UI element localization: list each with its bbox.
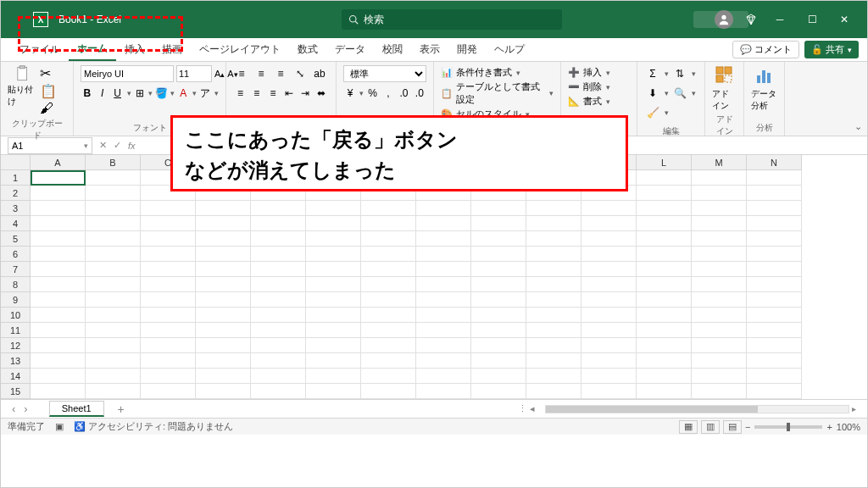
select-all-corner[interactable] xyxy=(1,155,31,170)
cell[interactable] xyxy=(196,262,251,277)
cell[interactable] xyxy=(141,247,196,262)
wrap-text-icon[interactable]: ab xyxy=(311,65,328,82)
cell[interactable] xyxy=(31,369,86,384)
format-as-table-button[interactable]: 📋テーブルとして書式設定▾ xyxy=(441,80,554,107)
cell[interactable] xyxy=(416,231,471,247)
cell[interactable] xyxy=(747,170,802,186)
cell[interactable] xyxy=(581,201,637,216)
cell[interactable] xyxy=(86,369,141,384)
fill-color-icon[interactable]: 🪣 xyxy=(154,85,168,102)
cell[interactable] xyxy=(747,292,802,308)
cell[interactable] xyxy=(526,231,581,247)
cell[interactable] xyxy=(637,338,692,353)
cell[interactable] xyxy=(31,323,86,338)
cell[interactable] xyxy=(637,247,692,262)
decimal-decrease-icon[interactable]: .0 xyxy=(413,85,426,102)
cell[interactable] xyxy=(581,247,637,262)
row-header[interactable]: 15 xyxy=(1,384,30,399)
cell[interactable] xyxy=(526,308,581,323)
cell[interactable] xyxy=(581,323,637,338)
cell[interactable] xyxy=(637,277,692,292)
cell[interactable] xyxy=(581,216,637,231)
col-header[interactable]: N xyxy=(747,155,802,169)
indent-increase-icon[interactable]: ⇥ xyxy=(298,85,313,102)
cell[interactable] xyxy=(637,186,692,201)
normal-view-icon[interactable]: ▦ xyxy=(679,420,698,434)
cell[interactable] xyxy=(416,369,471,384)
minimize-button[interactable]: ─ xyxy=(764,7,796,32)
cell[interactable] xyxy=(361,384,416,399)
cell[interactable] xyxy=(581,277,637,292)
cell[interactable] xyxy=(526,369,581,384)
cell[interactable] xyxy=(141,201,196,216)
new-sheet-button[interactable]: + xyxy=(118,402,125,416)
cell[interactable] xyxy=(251,262,306,277)
row-header[interactable]: 1 xyxy=(1,170,30,186)
cell[interactable] xyxy=(692,353,747,369)
font-name-select[interactable] xyxy=(81,65,174,82)
cell[interactable] xyxy=(747,247,802,262)
cell[interactable] xyxy=(416,262,471,277)
close-button[interactable]: ✕ xyxy=(828,7,860,32)
cell[interactable] xyxy=(637,323,692,338)
cell[interactable] xyxy=(471,231,526,247)
cell[interactable] xyxy=(361,338,416,353)
cell[interactable] xyxy=(31,353,86,369)
cell[interactable] xyxy=(141,231,196,247)
tab-home[interactable]: ホーム xyxy=(69,38,116,61)
cell[interactable] xyxy=(251,247,306,262)
cell[interactable] xyxy=(306,353,361,369)
macro-icon[interactable]: ▣ xyxy=(55,421,64,432)
cell[interactable] xyxy=(692,186,747,201)
font-color-icon[interactable]: A xyxy=(176,85,190,102)
cell[interactable] xyxy=(526,323,581,338)
cell[interactable] xyxy=(196,216,251,231)
cell[interactable] xyxy=(141,323,196,338)
cell[interactable] xyxy=(251,292,306,308)
cell[interactable] xyxy=(526,384,581,399)
cell[interactable] xyxy=(31,201,86,216)
cell[interactable] xyxy=(86,247,141,262)
cell[interactable] xyxy=(581,384,637,399)
cell[interactable] xyxy=(637,308,692,323)
cell[interactable] xyxy=(581,353,637,369)
row-header[interactable]: 13 xyxy=(1,353,30,369)
cell[interactable] xyxy=(31,292,86,308)
maximize-button[interactable]: ☐ xyxy=(796,7,828,32)
cell[interactable] xyxy=(361,277,416,292)
bold-button[interactable]: B xyxy=(81,85,94,102)
col-header[interactable]: M xyxy=(692,155,747,169)
cell[interactable] xyxy=(141,369,196,384)
cell[interactable] xyxy=(416,384,471,399)
align-top-icon[interactable]: ≡ xyxy=(233,65,250,82)
cell[interactable] xyxy=(416,308,471,323)
cell[interactable] xyxy=(196,247,251,262)
cell[interactable] xyxy=(251,216,306,231)
cell[interactable] xyxy=(196,323,251,338)
cell[interactable] xyxy=(471,201,526,216)
cell[interactable] xyxy=(637,216,692,231)
cell[interactable] xyxy=(361,247,416,262)
cell[interactable] xyxy=(747,186,802,201)
increase-font-icon[interactable]: A▴ xyxy=(214,66,225,81)
tab-review[interactable]: 校閲 xyxy=(374,39,411,60)
cell[interactable] xyxy=(361,201,416,216)
cell[interactable] xyxy=(361,292,416,308)
col-header[interactable]: A xyxy=(31,155,86,169)
cell[interactable] xyxy=(306,231,361,247)
paste-button[interactable]: 貼り付け xyxy=(8,65,38,108)
cell[interactable] xyxy=(86,292,141,308)
align-bottom-icon[interactable]: ≡ xyxy=(272,65,289,82)
data-analysis-button[interactable]: データ分析 xyxy=(751,65,777,112)
cell[interactable] xyxy=(196,231,251,247)
cells-area[interactable] xyxy=(31,170,867,399)
col-header[interactable]: L xyxy=(637,155,692,169)
cell[interactable] xyxy=(692,247,747,262)
fill-icon[interactable]: ⬇ xyxy=(644,85,661,102)
cell[interactable] xyxy=(471,323,526,338)
zoom-out-icon[interactable]: − xyxy=(745,422,750,432)
fx-icon[interactable]: fx xyxy=(128,141,136,151)
cell[interactable] xyxy=(526,277,581,292)
cell[interactable] xyxy=(86,170,141,186)
cell[interactable] xyxy=(306,201,361,216)
